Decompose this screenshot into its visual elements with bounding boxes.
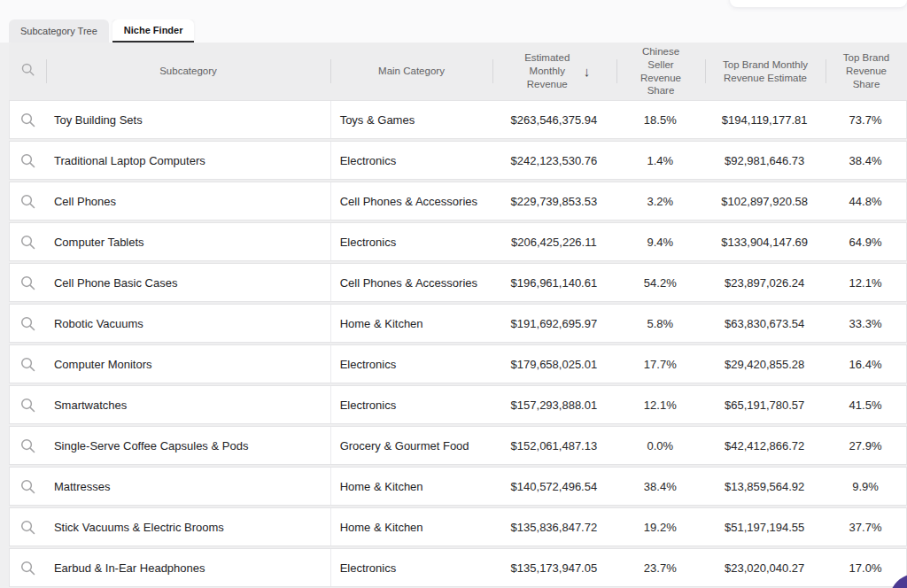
cell-estimated-monthly-revenue: $152,061,487.13 <box>492 427 616 464</box>
cell-top-brand-monthly-revenue-estimate: $92,981,646.73 <box>704 142 825 179</box>
cell-top-brand-revenue-share: 38.4% <box>825 142 906 179</box>
search-icon[interactable] <box>19 112 36 128</box>
cell-chinese-seller-revenue-share: 38.4% <box>616 468 704 505</box>
search-icon[interactable] <box>19 519 36 536</box>
table-row[interactable]: Mattresses Home & Kitchen $140,572,496.5… <box>9 467 907 506</box>
row-search-icon-cell <box>10 223 46 260</box>
column-header-subcategory[interactable]: Subcategory <box>46 43 330 100</box>
cell-top-brand-revenue-share: 73.7% <box>825 101 906 138</box>
tab-niche-finder[interactable]: Niche Finder <box>112 19 195 43</box>
row-search-icon-cell <box>10 345 46 383</box>
cell-chinese-seller-revenue-share: 0.0% <box>616 427 704 464</box>
search-icon[interactable] <box>19 315 36 332</box>
cell-chinese-seller-revenue-share: 1.4% <box>616 142 704 179</box>
cell-top-brand-monthly-revenue-estimate: $13,859,564.92 <box>704 468 825 505</box>
table-row[interactable]: Smartwatches Electronics $157,293,888.01… <box>9 385 907 424</box>
search-icon[interactable] <box>19 437 36 454</box>
cell-top-brand-monthly-revenue-estimate: $23,020,040.27 <box>704 549 825 586</box>
cell-subcategory: Toy Building Sets <box>46 101 330 138</box>
search-icon[interactable] <box>19 193 36 210</box>
cell-chinese-seller-revenue-share: 18.5% <box>616 101 704 138</box>
row-search-icon-cell <box>10 468 46 505</box>
cell-subcategory: Earbud & In-Ear Headphones <box>46 549 330 586</box>
cell-top-brand-revenue-share: 9.9% <box>825 468 906 505</box>
cell-top-brand-monthly-revenue-estimate: $51,197,194.55 <box>704 508 825 545</box>
row-search-icon-cell <box>10 264 46 301</box>
cell-chinese-seller-revenue-share: 54.2% <box>616 264 704 301</box>
tab-label: Subcategory Tree <box>20 26 97 36</box>
table-row[interactable]: Toy Building Sets Toys & Games $263,546,… <box>9 100 907 139</box>
table-row[interactable]: Cell Phones Cell Phones & Accessories $2… <box>9 182 907 220</box>
cell-estimated-monthly-revenue: $140,572,496.54 <box>492 468 616 505</box>
table-row[interactable]: Robotic Vacuums Home & Kitchen $191,692,… <box>9 304 907 343</box>
search-icon[interactable] <box>19 397 36 414</box>
cell-chinese-seller-revenue-share: 12.1% <box>616 386 704 423</box>
header-search-icon-cell <box>9 43 46 100</box>
column-header-top-brand-monthly-revenue-estimate[interactable]: Top Brand Monthly Revenue Estimate <box>705 43 826 100</box>
cell-top-brand-revenue-share: 64.9% <box>825 223 906 260</box>
sort-descending-icon[interactable]: ↓ <box>584 63 591 81</box>
table-row[interactable]: Single-Serve Coffee Capsules & Pods Groc… <box>9 426 907 465</box>
cell-chinese-seller-revenue-share: 5.8% <box>616 305 704 342</box>
cell-main-category: Home & Kitchen <box>330 508 492 545</box>
cell-chinese-seller-revenue-share: 19.2% <box>616 508 704 545</box>
cell-main-category: Home & Kitchen <box>330 305 492 342</box>
cell-top-brand-revenue-share: 41.5% <box>825 386 906 423</box>
cell-main-category: Electronics <box>330 142 492 179</box>
search-icon[interactable] <box>19 478 36 495</box>
tab-subcategory-tree[interactable]: Subcategory Tree <box>9 19 109 43</box>
cell-main-category: Cell Phones & Accessories <box>330 264 492 301</box>
table-body: Toy Building Sets Toys & Games $263,546,… <box>9 100 907 587</box>
row-search-icon-cell <box>10 305 46 342</box>
cell-top-brand-monthly-revenue-estimate: $133,904,147.69 <box>704 223 825 260</box>
search-icon[interactable] <box>19 275 36 291</box>
cell-top-brand-revenue-share: 27.9% <box>825 427 906 464</box>
cell-main-category: Electronics <box>330 386 492 423</box>
column-header-chinese-seller-revenue-share[interactable]: Chinese Seller Revenue Share <box>616 43 705 100</box>
cell-chinese-seller-revenue-share: 17.7% <box>616 345 704 383</box>
cell-main-category: Electronics <box>330 345 492 383</box>
table-row[interactable]: Stick Vacuums & Electric Brooms Home & K… <box>9 507 907 546</box>
floating-toolbar <box>730 0 907 7</box>
tab-label: Niche Finder <box>124 25 183 35</box>
row-search-icon-cell <box>10 386 46 423</box>
table-row[interactable]: Computer Monitors Electronics $179,658,0… <box>9 344 907 383</box>
search-icon[interactable] <box>19 356 36 373</box>
cell-estimated-monthly-revenue: $157,293,888.01 <box>492 386 616 423</box>
cell-main-category: Toys & Games <box>330 101 492 138</box>
column-header-main-category[interactable]: Main Category <box>330 43 492 100</box>
search-icon[interactable] <box>19 234 36 251</box>
column-header-estimated-monthly-revenue[interactable]: Estimated Monthly Revenue ↓ <box>492 43 616 100</box>
cell-top-brand-revenue-share: 17.0% <box>825 549 906 586</box>
top-bar <box>0 0 907 19</box>
row-search-icon-cell <box>10 182 46 220</box>
search-icon[interactable] <box>19 152 36 169</box>
cell-estimated-monthly-revenue: $206,425,226.11 <box>492 223 616 260</box>
cell-top-brand-revenue-share: 37.7% <box>825 508 906 545</box>
table-row[interactable]: Traditional Laptop Computers Electronics… <box>9 141 907 180</box>
table-row[interactable]: Computer Tablets Electronics $206,425,22… <box>9 222 907 261</box>
cell-subcategory: Cell Phones <box>46 182 330 220</box>
cell-subcategory: Smartwatches <box>46 386 330 423</box>
cell-estimated-monthly-revenue: $179,658,025.01 <box>492 345 616 383</box>
row-search-icon-cell <box>10 427 46 464</box>
cell-top-brand-revenue-share: 33.3% <box>825 305 906 342</box>
cell-estimated-monthly-revenue: $196,961,140.61 <box>492 264 616 301</box>
cell-top-brand-monthly-revenue-estimate: $42,412,866.72 <box>704 427 825 464</box>
cell-main-category: Cell Phones & Accessories <box>330 182 492 220</box>
column-header-top-brand-revenue-share[interactable]: Top Brand Revenue Share <box>826 43 907 100</box>
cell-subcategory: Single-Serve Coffee Capsules & Pods <box>46 427 330 464</box>
cell-subcategory: Cell Phone Basic Cases <box>46 264 330 301</box>
search-icon <box>20 62 35 81</box>
cell-top-brand-monthly-revenue-estimate: $63,830,673.54 <box>704 305 825 342</box>
cell-top-brand-revenue-share: 12.1% <box>825 264 906 301</box>
niche-finder-screen: Subcategory Tree Niche Finder Subcategor… <box>0 0 907 588</box>
cell-top-brand-monthly-revenue-estimate: $102,897,920.58 <box>704 182 825 220</box>
table-row[interactable]: Earbud & In-Ear Headphones Electronics $… <box>9 548 907 587</box>
cell-main-category: Grocery & Gourmet Food <box>330 427 492 464</box>
cell-chinese-seller-revenue-share: 23.7% <box>616 549 704 586</box>
search-icon[interactable] <box>19 560 36 576</box>
cell-estimated-monthly-revenue: $229,739,853.53 <box>492 182 616 220</box>
cell-estimated-monthly-revenue: $191,692,695.97 <box>492 305 616 342</box>
table-row[interactable]: Cell Phone Basic Cases Cell Phones & Acc… <box>9 263 907 302</box>
